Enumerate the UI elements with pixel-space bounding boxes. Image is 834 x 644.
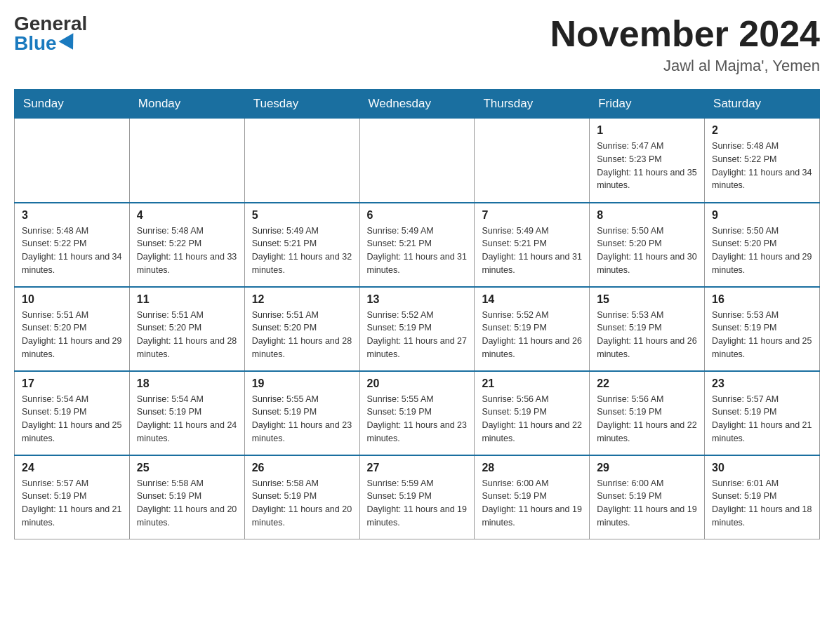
title-section: November 2024 Jawl al Majma', Yemen [550, 14, 820, 75]
calendar-day-cell: 9Sunrise: 5:50 AMSunset: 5:20 PMDaylight… [705, 203, 820, 287]
day-info: Sunrise: 6:01 AMSunset: 5:19 PMDaylight:… [712, 477, 812, 530]
day-number: 4 [137, 209, 237, 222]
calendar-day-cell: 3Sunrise: 5:48 AMSunset: 5:22 PMDaylight… [15, 203, 130, 287]
calendar-day-cell [244, 119, 359, 203]
calendar-day-cell: 23Sunrise: 5:57 AMSunset: 5:19 PMDayligh… [705, 371, 820, 455]
day-info: Sunrise: 5:59 AMSunset: 5:19 PMDaylight:… [367, 477, 468, 530]
calendar-day-cell: 12Sunrise: 5:51 AMSunset: 5:20 PMDayligh… [244, 287, 359, 371]
day-info: Sunrise: 5:52 AMSunset: 5:19 PMDaylight:… [367, 309, 468, 361]
calendar-day-cell: 14Sunrise: 5:52 AMSunset: 5:19 PMDayligh… [475, 287, 590, 371]
day-info: Sunrise: 5:47 AMSunset: 5:23 PMDaylight:… [597, 140, 697, 192]
calendar-day-cell: 4Sunrise: 5:48 AMSunset: 5:22 PMDaylight… [129, 203, 244, 287]
calendar-day-cell: 11Sunrise: 5:51 AMSunset: 5:20 PMDayligh… [129, 287, 244, 371]
calendar-day-cell: 15Sunrise: 5:53 AMSunset: 5:19 PMDayligh… [590, 287, 705, 371]
calendar-day-cell: 10Sunrise: 5:51 AMSunset: 5:20 PMDayligh… [15, 287, 130, 371]
day-number: 19 [252, 377, 352, 390]
day-info: Sunrise: 5:49 AMSunset: 5:21 PMDaylight:… [252, 224, 352, 277]
day-number: 20 [367, 377, 468, 390]
day-number: 22 [597, 377, 697, 390]
day-of-week-header: Thursday [475, 90, 590, 119]
calendar-day-cell: 21Sunrise: 5:56 AMSunset: 5:19 PMDayligh… [475, 371, 590, 455]
day-number: 14 [482, 293, 582, 306]
logo: General Blue [14, 14, 87, 53]
day-number: 13 [367, 293, 468, 306]
day-number: 7 [482, 209, 582, 222]
calendar-day-cell: 2Sunrise: 5:48 AMSunset: 5:22 PMDaylight… [705, 119, 820, 203]
day-info: Sunrise: 5:50 AMSunset: 5:20 PMDaylight:… [597, 224, 697, 277]
calendar-day-cell: 8Sunrise: 5:50 AMSunset: 5:20 PMDaylight… [590, 203, 705, 287]
day-info: Sunrise: 5:55 AMSunset: 5:19 PMDaylight:… [252, 393, 352, 445]
calendar-day-cell: 28Sunrise: 6:00 AMSunset: 5:19 PMDayligh… [475, 455, 590, 539]
day-number: 9 [712, 209, 812, 222]
calendar-day-cell: 26Sunrise: 5:58 AMSunset: 5:19 PMDayligh… [244, 455, 359, 539]
day-number: 26 [252, 462, 352, 474]
calendar-day-cell: 17Sunrise: 5:54 AMSunset: 5:19 PMDayligh… [15, 371, 130, 455]
day-of-week-header: Monday [129, 90, 244, 119]
calendar-day-cell [15, 119, 130, 203]
day-number: 10 [22, 293, 122, 306]
day-of-week-header: Saturday [705, 90, 820, 119]
day-number: 18 [137, 377, 237, 390]
logo-blue-text: Blue [14, 34, 78, 53]
page-header: General Blue November 2024 Jawl al Majma… [14, 14, 820, 75]
day-number: 1 [597, 124, 697, 137]
day-number: 5 [252, 209, 352, 222]
day-of-week-header: Tuesday [244, 90, 359, 119]
calendar-week-row: 17Sunrise: 5:54 AMSunset: 5:19 PMDayligh… [15, 371, 820, 455]
calendar-week-row: 24Sunrise: 5:57 AMSunset: 5:19 PMDayligh… [15, 455, 820, 539]
calendar-day-cell: 6Sunrise: 5:49 AMSunset: 5:21 PMDaylight… [359, 203, 475, 287]
day-number: 24 [22, 462, 122, 474]
day-number: 17 [22, 377, 122, 390]
day-info: Sunrise: 6:00 AMSunset: 5:19 PMDaylight:… [482, 477, 582, 530]
day-info: Sunrise: 5:56 AMSunset: 5:19 PMDaylight:… [597, 393, 697, 445]
day-info: Sunrise: 5:58 AMSunset: 5:19 PMDaylight:… [137, 477, 237, 530]
calendar-day-cell: 5Sunrise: 5:49 AMSunset: 5:21 PMDaylight… [244, 203, 359, 287]
location-subtitle: Jawl al Majma', Yemen [550, 57, 820, 75]
calendar-day-cell: 25Sunrise: 5:58 AMSunset: 5:19 PMDayligh… [129, 455, 244, 539]
day-number: 3 [22, 209, 122, 222]
calendar-week-row: 10Sunrise: 5:51 AMSunset: 5:20 PMDayligh… [15, 287, 820, 371]
day-info: Sunrise: 5:54 AMSunset: 5:19 PMDaylight:… [22, 393, 122, 445]
day-number: 29 [597, 462, 697, 474]
day-info: Sunrise: 5:57 AMSunset: 5:19 PMDaylight:… [712, 393, 812, 445]
day-info: Sunrise: 5:53 AMSunset: 5:19 PMDaylight:… [597, 309, 697, 361]
day-number: 6 [367, 209, 468, 222]
day-number: 8 [597, 209, 697, 222]
day-info: Sunrise: 5:51 AMSunset: 5:20 PMDaylight:… [252, 309, 352, 361]
day-info: Sunrise: 5:49 AMSunset: 5:21 PMDaylight:… [367, 224, 468, 277]
day-number: 30 [712, 462, 812, 474]
day-info: Sunrise: 5:48 AMSunset: 5:22 PMDaylight:… [137, 224, 237, 277]
day-number: 21 [482, 377, 582, 390]
day-number: 27 [367, 462, 468, 474]
calendar-day-cell [129, 119, 244, 203]
logo-triangle-icon [58, 33, 80, 53]
day-info: Sunrise: 5:53 AMSunset: 5:19 PMDaylight:… [712, 309, 812, 361]
calendar-day-cell: 1Sunrise: 5:47 AMSunset: 5:23 PMDaylight… [590, 119, 705, 203]
day-number: 12 [252, 293, 352, 306]
day-number: 16 [712, 293, 812, 306]
calendar-week-row: 3Sunrise: 5:48 AMSunset: 5:22 PMDaylight… [15, 203, 820, 287]
calendar-day-cell: 22Sunrise: 5:56 AMSunset: 5:19 PMDayligh… [590, 371, 705, 455]
day-number: 28 [482, 462, 582, 474]
day-number: 11 [137, 293, 237, 306]
day-info: Sunrise: 5:57 AMSunset: 5:19 PMDaylight:… [22, 477, 122, 530]
calendar-day-cell: 24Sunrise: 5:57 AMSunset: 5:19 PMDayligh… [15, 455, 130, 539]
calendar-day-cell [359, 119, 475, 203]
calendar-day-cell: 29Sunrise: 6:00 AMSunset: 5:19 PMDayligh… [590, 455, 705, 539]
day-number: 15 [597, 293, 697, 306]
logo-general-text: General [14, 14, 87, 34]
calendar-day-cell: 16Sunrise: 5:53 AMSunset: 5:19 PMDayligh… [705, 287, 820, 371]
calendar-day-cell: 20Sunrise: 5:55 AMSunset: 5:19 PMDayligh… [359, 371, 475, 455]
day-info: Sunrise: 5:48 AMSunset: 5:22 PMDaylight:… [22, 224, 122, 277]
calendar-day-cell: 27Sunrise: 5:59 AMSunset: 5:19 PMDayligh… [359, 455, 475, 539]
calendar-header-row: SundayMondayTuesdayWednesdayThursdayFrid… [15, 90, 820, 119]
calendar-day-cell: 7Sunrise: 5:49 AMSunset: 5:21 PMDaylight… [475, 203, 590, 287]
day-info: Sunrise: 5:54 AMSunset: 5:19 PMDaylight:… [137, 393, 237, 445]
day-info: Sunrise: 5:50 AMSunset: 5:20 PMDaylight:… [712, 224, 812, 277]
day-info: Sunrise: 5:56 AMSunset: 5:19 PMDaylight:… [482, 393, 582, 445]
calendar-day-cell: 18Sunrise: 5:54 AMSunset: 5:19 PMDayligh… [129, 371, 244, 455]
calendar-day-cell: 19Sunrise: 5:55 AMSunset: 5:19 PMDayligh… [244, 371, 359, 455]
day-of-week-header: Sunday [15, 90, 130, 119]
calendar-day-cell: 13Sunrise: 5:52 AMSunset: 5:19 PMDayligh… [359, 287, 475, 371]
day-info: Sunrise: 5:51 AMSunset: 5:20 PMDaylight:… [137, 309, 237, 361]
